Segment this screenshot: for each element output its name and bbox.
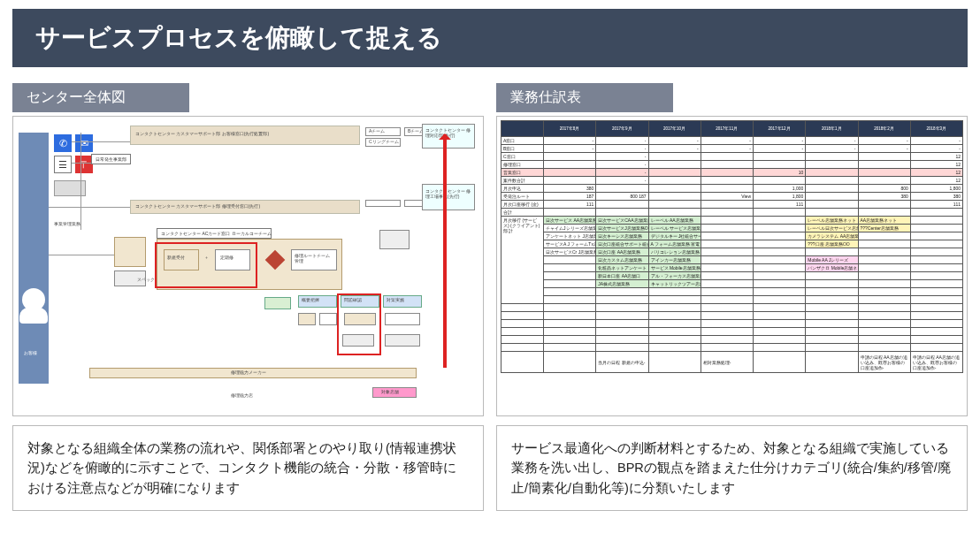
cell: 800 xyxy=(858,185,910,193)
cell xyxy=(544,209,596,217)
cell: - xyxy=(754,145,806,153)
cell xyxy=(910,264,962,272)
cell: 12 xyxy=(910,177,962,185)
cell: - xyxy=(648,137,701,145)
cell xyxy=(858,256,910,264)
cell: JA株式店舗業務 xyxy=(596,280,648,288)
cell: 日次口座 AA店舗業務 xyxy=(596,248,648,256)
avatar-icon xyxy=(22,288,45,311)
header-a: コンタクトセンター カスタマーサポート部 お客様窓口(先行処置部) xyxy=(135,131,356,136)
red-arrow-icon xyxy=(443,134,447,368)
cell xyxy=(701,225,753,232)
cell xyxy=(754,225,806,232)
cell: 日次サービスCr J店舗業務 当Center窓 xyxy=(544,248,596,256)
cell xyxy=(910,248,962,256)
cell: バンザクロ Mobile店舗ネット xyxy=(806,264,858,272)
cell xyxy=(544,169,596,177)
cell: 12 xyxy=(910,169,962,177)
cell: 化粧品ネットアンケート xyxy=(596,264,648,272)
customer-band xyxy=(19,133,49,384)
cell: 111 xyxy=(910,201,962,209)
cell xyxy=(701,201,753,209)
cell xyxy=(806,177,858,185)
cell xyxy=(544,272,596,280)
col-header: 2017年8月 xyxy=(544,121,596,137)
cell: - xyxy=(754,137,806,145)
cell xyxy=(754,288,806,296)
cell xyxy=(806,185,858,193)
cell: レーベル店舗業務ネット xyxy=(806,217,858,225)
cell: 日次口座統合サポート統合業務 xyxy=(596,240,648,248)
cell: - xyxy=(701,145,753,153)
cell: 380 xyxy=(910,193,962,201)
row-label: 合計 xyxy=(501,209,544,217)
cell xyxy=(858,248,910,256)
cell: A フォーム店舗業務 家電・デジタルテレビ店舗業務 AA xyxy=(648,240,701,248)
cell xyxy=(648,161,701,169)
cell xyxy=(858,153,910,161)
col-header: 2017年12月 xyxy=(754,121,806,137)
cell xyxy=(648,153,701,161)
cell xyxy=(648,201,701,209)
cell: 当月の日程 新規の申込- xyxy=(596,352,648,373)
cell: - xyxy=(596,153,648,161)
client-stub: 日常発生事業部 xyxy=(91,154,131,164)
cell xyxy=(701,256,753,264)
page-title: サービスプロセスを俯瞰して捉える xyxy=(12,9,968,67)
cell: アル・フォーカス店舗業務 xyxy=(648,272,701,280)
cell: 申請の日程 AA店舗の追い込み、既存お客様の口座追加作- xyxy=(858,352,910,373)
cell xyxy=(701,280,753,288)
cell: 12 xyxy=(910,161,962,169)
cell xyxy=(754,209,806,217)
cell: レーベル AA店舗業務 xyxy=(648,217,701,225)
cell: 新日本口座 AA店舗口 xyxy=(596,272,648,280)
cell xyxy=(701,264,753,272)
cell: AA店舗業務ネット xyxy=(858,217,910,225)
cell: - xyxy=(544,137,596,145)
customer-label: お客様 xyxy=(24,350,37,355)
cell: - xyxy=(596,137,648,145)
footer-bar: 修理協力メーカー xyxy=(231,370,266,375)
cell: 日次サービス AA店舗業務 xyxy=(544,217,596,225)
row-label: A窓口 xyxy=(501,137,544,145)
cell xyxy=(806,288,858,296)
cell xyxy=(544,352,596,373)
cell xyxy=(648,288,701,296)
cell xyxy=(544,288,596,296)
cell xyxy=(910,209,962,217)
spreadsheet: 2017年8月2017年9月2017年10月2017年11月2017年12月20… xyxy=(496,116,968,416)
cell: - xyxy=(596,169,648,177)
doc-icon: ☰ xyxy=(54,156,72,173)
col-header: 2018年2月 xyxy=(858,121,910,137)
row-label xyxy=(501,352,544,373)
col-header: 2017年9月 xyxy=(596,121,648,137)
cell: View xyxy=(701,193,753,201)
cell xyxy=(544,161,596,169)
cell xyxy=(858,209,910,217)
cell xyxy=(910,288,962,296)
cell xyxy=(544,280,596,288)
cell: - xyxy=(858,137,910,145)
postal-icon: 〒 xyxy=(75,156,93,173)
cell: チャイムJシリーズ店舗業務OO xyxy=(544,225,596,232)
left-description: 対象となる組織全体の業務の流れや、関係部署とのやり取り(情報連携状況)などを俯瞰… xyxy=(12,425,484,511)
cell xyxy=(754,272,806,280)
cell xyxy=(806,209,858,217)
bl-a: 概要把握 xyxy=(302,297,319,302)
content-columns: センター全体図 お客様 ✆ ✉ ☰ 〒 日常発生事業部 コ xyxy=(0,83,980,511)
cell xyxy=(754,352,806,373)
cell xyxy=(806,296,858,304)
cell: 800 187 xyxy=(596,193,648,201)
cell: 申請の日程 AA店舗の追い込み、既存お客様の口座追加作- xyxy=(910,352,962,373)
cell xyxy=(754,240,806,248)
cell: 1,800 xyxy=(754,193,806,201)
cell: - xyxy=(648,145,701,153)
cell: 日次キーシス店舗業務 xyxy=(596,232,648,240)
cell xyxy=(648,352,701,373)
cell xyxy=(596,185,648,193)
cell xyxy=(910,296,962,304)
cell: 111 xyxy=(544,201,596,209)
cell: サービスA J フォームTx店舗業務 xyxy=(544,240,596,248)
cell: アンケートネット J店舗業務 xyxy=(544,232,596,240)
cell: - xyxy=(596,177,648,185)
